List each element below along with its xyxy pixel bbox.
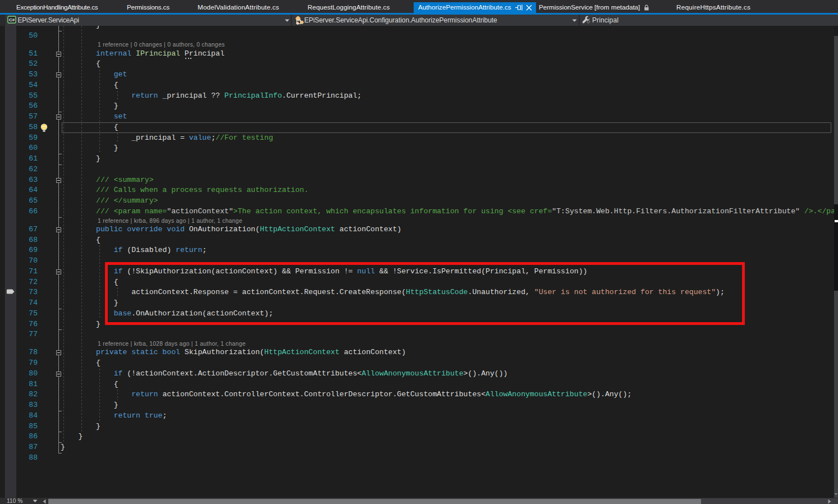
svg-text:C#: C# <box>9 17 15 22</box>
